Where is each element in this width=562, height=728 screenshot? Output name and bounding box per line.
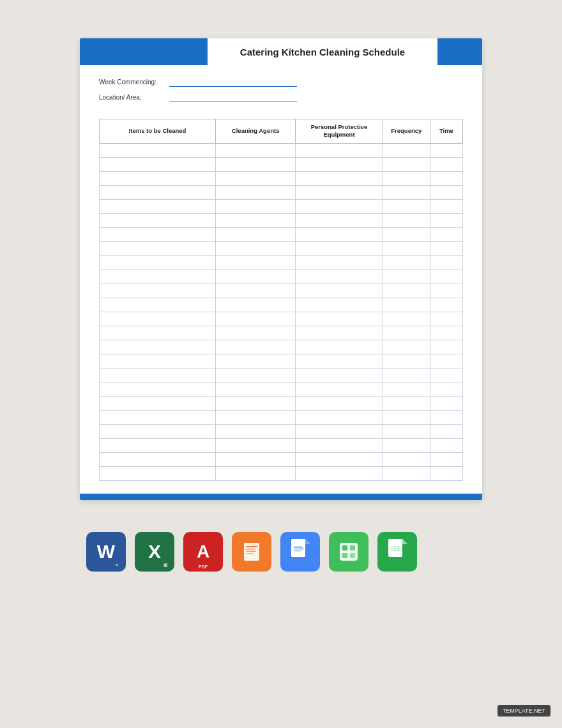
table-row[interactable] [100, 312, 463, 326]
table-cell[interactable] [296, 241, 383, 255]
table-cell[interactable] [216, 143, 296, 157]
table-cell[interactable] [100, 185, 216, 199]
table-cell[interactable] [430, 424, 462, 438]
table-cell[interactable] [100, 298, 216, 312]
table-cell[interactable] [296, 382, 383, 396]
table-cell[interactable] [100, 452, 216, 466]
table-cell[interactable] [216, 438, 296, 452]
table-cell[interactable] [296, 171, 383, 185]
table-row[interactable] [100, 213, 463, 227]
table-cell[interactable] [100, 368, 216, 382]
table-cell[interactable] [296, 466, 383, 480]
table-cell[interactable] [383, 410, 430, 424]
table-cell[interactable] [383, 227, 430, 241]
table-cell[interactable] [430, 143, 462, 157]
table-cell[interactable] [383, 438, 430, 452]
table-cell[interactable] [296, 284, 383, 298]
table-cell[interactable] [216, 326, 296, 340]
table-cell[interactable] [383, 354, 430, 368]
table-cell[interactable] [383, 255, 430, 269]
table-cell[interactable] [216, 171, 296, 185]
table-cell[interactable] [383, 185, 430, 199]
table-cell[interactable] [383, 157, 430, 171]
table-cell[interactable] [216, 354, 296, 368]
table-row[interactable] [100, 284, 463, 298]
table-cell[interactable] [296, 354, 383, 368]
table-cell[interactable] [430, 396, 462, 410]
table-cell[interactable] [296, 269, 383, 284]
table-cell[interactable] [383, 340, 430, 354]
table-cell[interactable] [216, 452, 296, 466]
table-cell[interactable] [383, 466, 430, 480]
table-cell[interactable] [100, 326, 216, 340]
table-row[interactable] [100, 396, 463, 410]
table-cell[interactable] [100, 354, 216, 368]
table-cell[interactable] [100, 466, 216, 480]
table-cell[interactable] [100, 269, 216, 284]
table-cell[interactable] [383, 326, 430, 340]
table-row[interactable] [100, 368, 463, 382]
table-cell[interactable] [383, 143, 430, 157]
table-cell[interactable] [216, 255, 296, 269]
table-cell[interactable] [383, 284, 430, 298]
table-cell[interactable] [430, 340, 462, 354]
table-cell[interactable] [296, 312, 383, 326]
table-cell[interactable] [430, 241, 462, 255]
table-cell[interactable] [296, 227, 383, 241]
table-row[interactable] [100, 199, 463, 213]
table-row[interactable] [100, 354, 463, 368]
table-cell[interactable] [296, 452, 383, 466]
table-row[interactable] [100, 269, 463, 284]
table-cell[interactable] [100, 382, 216, 396]
table-cell[interactable] [430, 312, 462, 326]
table-cell[interactable] [430, 284, 462, 298]
table-cell[interactable] [296, 199, 383, 213]
table-cell[interactable] [296, 143, 383, 157]
table-cell[interactable] [383, 171, 430, 185]
table-cell[interactable] [383, 241, 430, 255]
table-cell[interactable] [430, 213, 462, 227]
table-cell[interactable] [383, 298, 430, 312]
pdf-icon[interactable]: A PDF [183, 532, 223, 572]
table-cell[interactable] [216, 396, 296, 410]
table-cell[interactable] [100, 143, 216, 157]
table-cell[interactable] [216, 269, 296, 284]
table-cell[interactable] [430, 354, 462, 368]
table-row[interactable] [100, 157, 463, 171]
table-cell[interactable] [296, 410, 383, 424]
table-row[interactable] [100, 255, 463, 269]
table-cell[interactable] [100, 284, 216, 298]
table-cell[interactable] [383, 396, 430, 410]
google-sheets-icon[interactable] [377, 532, 417, 572]
table-cell[interactable] [100, 410, 216, 424]
table-cell[interactable] [296, 424, 383, 438]
table-cell[interactable] [430, 438, 462, 452]
table-cell[interactable] [216, 213, 296, 227]
table-cell[interactable] [430, 157, 462, 171]
table-cell[interactable] [296, 255, 383, 269]
table-cell[interactable] [296, 157, 383, 171]
table-cell[interactable] [296, 438, 383, 452]
table-cell[interactable] [216, 199, 296, 213]
table-cell[interactable] [216, 424, 296, 438]
table-cell[interactable] [296, 368, 383, 382]
table-row[interactable] [100, 466, 463, 480]
table-cell[interactable] [383, 368, 430, 382]
table-cell[interactable] [430, 368, 462, 382]
table-cell[interactable] [100, 213, 216, 227]
table-cell[interactable] [296, 213, 383, 227]
table-cell[interactable] [216, 157, 296, 171]
table-cell[interactable] [216, 241, 296, 255]
table-cell[interactable] [216, 298, 296, 312]
table-cell[interactable] [100, 312, 216, 326]
table-cell[interactable] [383, 199, 430, 213]
table-cell[interactable] [100, 157, 216, 171]
table-row[interactable] [100, 185, 463, 199]
table-row[interactable] [100, 424, 463, 438]
table-cell[interactable] [383, 424, 430, 438]
pages-icon[interactable] [232, 532, 271, 572]
table-row[interactable] [100, 298, 463, 312]
table-row[interactable] [100, 171, 463, 185]
table-cell[interactable] [100, 255, 216, 269]
week-commencing-input[interactable] [169, 77, 297, 87]
